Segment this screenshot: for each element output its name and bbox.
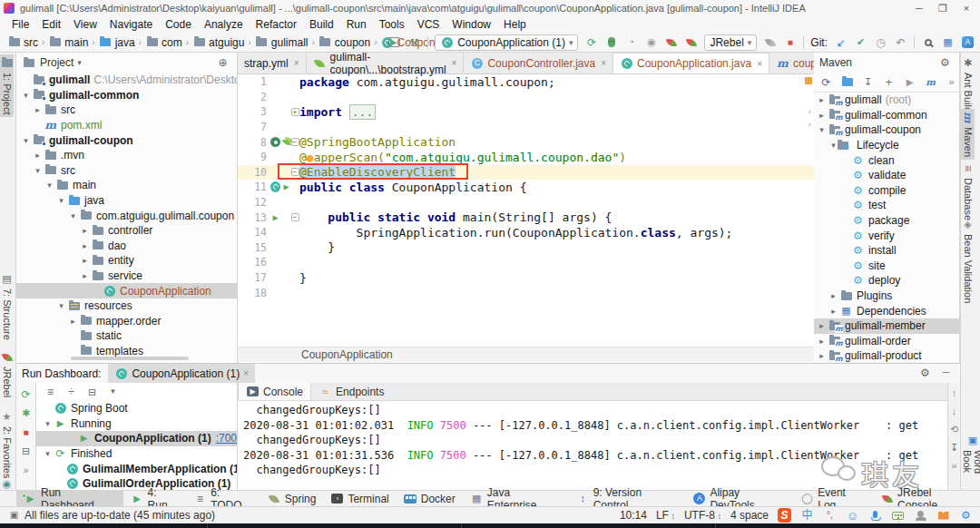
search-icon[interactable] bbox=[921, 35, 935, 49]
maximize-button[interactable]: ❐ bbox=[931, 3, 955, 15]
spring-icon[interactable] bbox=[270, 182, 280, 192]
fold-collapse-icon[interactable]: − bbox=[291, 168, 299, 176]
project-tree-row[interactable]: static bbox=[16, 328, 237, 344]
menu-vcs[interactable]: VCS bbox=[411, 18, 446, 31]
chevron-right-icon[interactable]: ▸ bbox=[67, 317, 79, 326]
code-line[interactable]: 15 } bbox=[238, 240, 814, 256]
editor-scrollbar[interactable]: ›› bbox=[803, 74, 814, 347]
chevron-down-icon[interactable]: ▾ bbox=[42, 449, 54, 458]
menu-build[interactable]: Build bbox=[303, 18, 340, 31]
debug-icon[interactable] bbox=[604, 35, 618, 49]
project-tree-row[interactable]: ▸controller bbox=[16, 223, 237, 239]
toolbox-icon[interactable]: ⚙ bbox=[959, 509, 973, 523]
project-tree-row[interactable]: mpom.xml bbox=[16, 118, 237, 133]
stop-icon[interactable]: ■ bbox=[19, 425, 33, 439]
maven-tree-row[interactable]: ⚙install bbox=[814, 243, 959, 259]
commit-icon[interactable]: ✔ bbox=[854, 35, 867, 49]
minimize-button[interactable]: ─ bbox=[907, 3, 931, 15]
menu-help[interactable]: Help bbox=[497, 18, 533, 31]
stop-icon[interactable]: ■ bbox=[783, 35, 797, 49]
editor-tab-strap-yml[interactable]: strap.yml× bbox=[238, 53, 307, 73]
chevron-right-icon[interactable]: ▸ bbox=[79, 226, 91, 235]
maven-tree-row[interactable]: ▸mgulimall-member bbox=[814, 318, 959, 334]
tool-window-button-spring[interactable]: Spring bbox=[260, 491, 324, 506]
code-line[interactable]: 1package com.atguigu.gulimall.coupon; bbox=[238, 74, 814, 90]
nacos-icon[interactable] bbox=[270, 137, 280, 147]
chevron-right-icon[interactable]: ▸ bbox=[828, 307, 839, 316]
breadcrumb-item-src[interactable]: src bbox=[7, 35, 38, 49]
coverage-icon[interactable]: ◉ bbox=[644, 35, 658, 49]
fold-collapse-icon[interactable]: − bbox=[291, 138, 299, 146]
settings-icon[interactable]: ⚙ bbox=[918, 366, 932, 379]
execute-goal-icon[interactable]: ▶ bbox=[903, 75, 916, 89]
history-icon[interactable]: ◷ bbox=[874, 35, 887, 49]
project-tree-row[interactable]: ▾resources bbox=[16, 298, 237, 314]
code-line[interactable]: 14 SpringApplication.run(CouponApplicati… bbox=[238, 225, 814, 240]
locate-icon[interactable]: ⊕ bbox=[216, 56, 230, 70]
run-tree-row[interactable]: ▾⟳Finished bbox=[36, 446, 237, 462]
emoji-icon[interactable]: ☺ bbox=[846, 509, 859, 523]
chevron-down-icon[interactable]: ▾ bbox=[32, 166, 44, 175]
person-icon[interactable] bbox=[914, 509, 927, 523]
line-ending-widget[interactable]: LF ↕ bbox=[656, 509, 675, 522]
project-tree-row[interactable]: ▸mapper.order bbox=[16, 314, 237, 329]
code-line[interactable]: 9@●apperScan("com.atguigu.gulimall.coupo… bbox=[238, 150, 814, 165]
chevron-right-icon[interactable]: ▸ bbox=[32, 105, 44, 114]
profiler-icon[interactable]: ◔ bbox=[624, 35, 638, 49]
encoding-widget[interactable]: UTF-8 ↕ bbox=[684, 509, 721, 522]
run-anything-icon[interactable]: ▶ bbox=[387, 35, 401, 49]
more-icon[interactable]: » bbox=[947, 459, 961, 473]
more-icon[interactable]: » bbox=[19, 464, 33, 477]
maven-tree-row[interactable]: ▸mgulimall-order bbox=[814, 334, 959, 349]
maven-tree-row[interactable]: ⚙deploy bbox=[814, 273, 959, 288]
tool-window-button-alipay-devtools[interactable]: AAlipay DevTools bbox=[685, 491, 793, 506]
jrebel-run-icon[interactable] bbox=[664, 35, 678, 49]
menu-file[interactable]: File bbox=[5, 18, 35, 31]
run-dashboard-tab[interactable]: CouponApplication (1) × bbox=[108, 364, 255, 383]
tool-strip-7-structure[interactable]: ▤7: Structure bbox=[0, 270, 14, 343]
run-tree-row[interactable]: ▾▶Running bbox=[36, 416, 237, 432]
fold-expand-icon[interactable]: + bbox=[291, 108, 299, 116]
code-line[interactable]: 12 bbox=[238, 195, 814, 210]
chevron-down-icon[interactable]: ▾ bbox=[55, 196, 67, 205]
tool-window-button-6-todo[interactable]: ≡6: TODO bbox=[186, 491, 260, 506]
breadcrumb-item-coupon[interactable]: coupon bbox=[318, 35, 370, 49]
close-icon[interactable]: × bbox=[452, 58, 457, 68]
code-line[interactable]: 13▶− public static void main(String[] ar… bbox=[238, 210, 814, 225]
translate-icon[interactable]: A bbox=[961, 35, 975, 49]
jrebel-combo[interactable]: JRebel▾ bbox=[704, 34, 757, 51]
maven-tree-row[interactable]: ▸mgulimall (root) bbox=[814, 93, 959, 108]
rollback-icon[interactable]: ↶ bbox=[894, 35, 907, 49]
structure-popup-icon[interactable]: ▦ bbox=[941, 35, 955, 49]
menu-code[interactable]: Code bbox=[159, 18, 198, 31]
project-tree-row[interactable]: gulimall C:\Users\Administrator\Desktop\… bbox=[16, 73, 237, 88]
console-output[interactable]: changedGroupKeys:[]2020-08-31 01:01:02.0… bbox=[238, 401, 947, 479]
editor-tab-CouponController-java[interactable]: CCouponController.java× bbox=[464, 53, 613, 73]
maven-tree-row[interactable]: ▸Plugins bbox=[814, 288, 959, 304]
breadcrumb-item-com[interactable]: com bbox=[145, 35, 182, 49]
menu-refactor[interactable]: Refactor bbox=[250, 18, 303, 31]
tool-strip-1-project[interactable]: 1: Project bbox=[0, 54, 14, 117]
menu-edit[interactable]: Edit bbox=[35, 18, 67, 31]
project-tree-row[interactable]: ▸service bbox=[16, 269, 237, 284]
menu-view[interactable]: View bbox=[67, 18, 103, 31]
chevron-right-icon[interactable]: ▸ bbox=[816, 351, 828, 360]
breadcrumb-item-atguigu[interactable]: atguigu bbox=[192, 35, 244, 49]
refresh-icon[interactable]: ⟳ bbox=[819, 75, 833, 89]
tool-strip-2-favorites[interactable]: ★2: Favorites bbox=[0, 408, 14, 481]
up-icon[interactable]: ↑ bbox=[947, 386, 961, 400]
code-line[interactable]: 2 bbox=[238, 90, 814, 105]
hide-icon[interactable]: ─ bbox=[959, 56, 960, 70]
tool-strip-maven[interactable]: mMaven bbox=[961, 109, 975, 160]
download-sources-icon[interactable]: ↧ bbox=[861, 75, 875, 89]
maven-tree-row[interactable]: ⚙compile bbox=[814, 183, 959, 199]
run-tree-row[interactable]: Spring Boot bbox=[36, 401, 237, 416]
project-tree-row[interactable]: ▾gulimall-common bbox=[16, 88, 237, 103]
editor-tab-gulimall-coupon-bootstrap-yml[interactable]: gulimall-coupon\...\bootstrap.yml× bbox=[307, 53, 465, 73]
reimport-icon[interactable] bbox=[840, 75, 854, 89]
chevron-right-icon[interactable]: ▸ bbox=[79, 256, 91, 265]
maven-tree-row[interactable]: ⚙validate bbox=[814, 168, 959, 183]
tool-strip-jrebel[interactable]: JRebel bbox=[0, 348, 14, 400]
chevron-down-icon[interactable]: ▾ bbox=[816, 125, 828, 134]
collapse-all-icon[interactable]: ÷ bbox=[64, 386, 78, 399]
